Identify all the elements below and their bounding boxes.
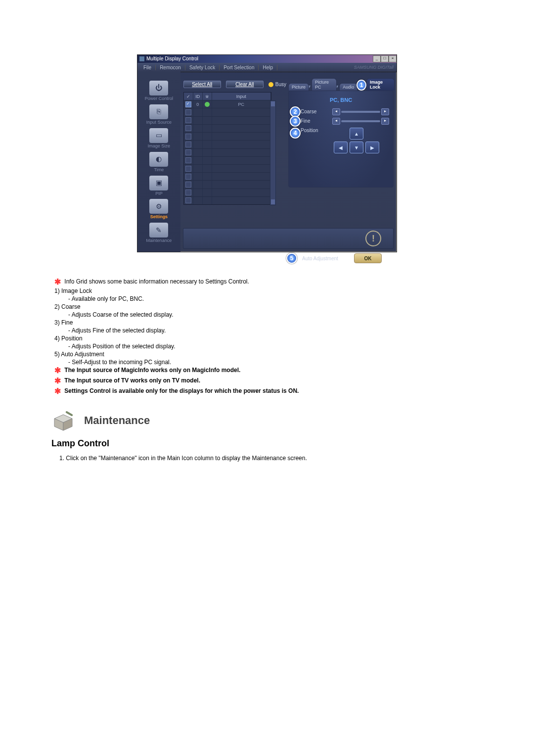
table-row[interactable] xyxy=(184,164,271,172)
coarse-slider[interactable]: ◂ ▸ xyxy=(332,110,389,114)
sidebar-item-label: Settings xyxy=(139,215,178,220)
sidebar-item-label: Power Control xyxy=(139,96,178,101)
position-up-button[interactable]: ▲ xyxy=(350,128,363,140)
col-id[interactable]: ID xyxy=(193,93,203,100)
table-row[interactable] xyxy=(184,196,271,204)
note-power-on: ✱ Settings Control is available only for… xyxy=(54,386,480,396)
menu-safety-lock[interactable]: Safety Lock xyxy=(185,65,220,70)
minimize-button[interactable]: _ xyxy=(373,55,381,62)
tab-picture-pc[interactable]: Picture PC xyxy=(312,78,337,91)
row-checkbox[interactable] xyxy=(185,125,191,131)
settings-panel: Picture ▾ Picture PC ▾ Audio 1 Image Loc… xyxy=(286,72,397,252)
item-4-sub: - Adjusts Position of the selected displ… xyxy=(68,343,480,350)
close-button[interactable]: × xyxy=(389,55,397,62)
app-icon xyxy=(139,56,144,61)
info-grid-note: ✱ Info Grid shows some basic information… xyxy=(54,277,480,286)
row-input: PC xyxy=(212,100,271,108)
menu-remocon[interactable]: Remocon xyxy=(156,65,185,70)
maintenance-cube-icon xyxy=(50,410,76,431)
table-row[interactable] xyxy=(184,180,271,188)
menu-file[interactable]: File xyxy=(139,65,156,70)
slider-track[interactable] xyxy=(341,111,380,113)
window-title: Multiple Display Control xyxy=(146,55,198,63)
sidebar-item-power-control[interactable]: ⏻ Power Control xyxy=(139,81,178,101)
table-row[interactable] xyxy=(184,132,271,140)
row-id: 0 xyxy=(193,100,203,108)
table-row[interactable] xyxy=(184,124,271,132)
slider-right-button[interactable]: ▸ xyxy=(381,118,389,125)
select-all-button[interactable]: Select All xyxy=(183,81,221,88)
row-checkbox[interactable] xyxy=(185,197,191,203)
table-row[interactable] xyxy=(184,189,271,196)
ok-button[interactable]: OK xyxy=(354,253,382,263)
row-checkbox[interactable] xyxy=(185,101,191,107)
table-row[interactable] xyxy=(184,156,271,164)
input-icon: ⎘ xyxy=(149,104,168,119)
star-icon: ✱ xyxy=(54,377,61,385)
menu-port-selection[interactable]: Port Selection xyxy=(220,65,259,70)
row-checkbox[interactable] xyxy=(185,166,191,172)
tab-picture[interactable]: Picture xyxy=(288,83,309,91)
row-checkbox[interactable] xyxy=(185,134,191,140)
table-row[interactable] xyxy=(184,172,271,180)
row-checkbox[interactable] xyxy=(185,174,191,180)
table-row[interactable] xyxy=(184,140,271,148)
slider-left-button[interactable]: ◂ xyxy=(332,108,340,115)
scroll-up-button[interactable] xyxy=(271,101,275,106)
callout-badge-1: 1 xyxy=(356,80,366,91)
fine-slider[interactable]: ◂ ▸ xyxy=(332,119,389,123)
step-1: 1. Click on the "Maintenance" icon in th… xyxy=(59,455,480,462)
row-checkbox[interactable] xyxy=(185,109,191,115)
grid-scrollbar[interactable] xyxy=(270,100,276,205)
row-checkbox[interactable] xyxy=(185,149,191,155)
info-grid: ✓ ID ※ Input 0 PC xyxy=(183,92,271,205)
sidebar-item-time[interactable]: ◐ Time xyxy=(139,152,178,173)
tab-image-lock[interactable]: Image Lock xyxy=(366,78,395,91)
busy-label: Busy xyxy=(275,82,286,87)
maximize-button[interactable]: □ xyxy=(381,55,389,62)
callout-badge-3: 3 xyxy=(290,116,301,127)
auto-adjustment-label: Auto Adjustment xyxy=(302,256,338,261)
mdc-window: Multiple Display Control _ □ × File Remo… xyxy=(137,54,397,252)
col-input[interactable]: Input xyxy=(212,93,271,100)
footer-bar: ! xyxy=(183,228,394,249)
row-checkbox[interactable] xyxy=(185,182,191,188)
slider-right-button[interactable]: ▸ xyxy=(381,108,389,115)
table-row[interactable] xyxy=(184,116,271,124)
table-row[interactable]: 0 PC xyxy=(184,100,271,108)
position-label: Position xyxy=(301,128,329,133)
star-icon: ✱ xyxy=(54,278,61,286)
scroll-down-button[interactable] xyxy=(271,199,275,204)
slider-left-button[interactable]: ◂ xyxy=(332,118,340,125)
sidebar-item-input-source[interactable]: ⎘ Input Source xyxy=(139,104,178,125)
position-down-button[interactable]: ▼ xyxy=(350,142,363,153)
col-status[interactable]: ※ xyxy=(203,93,212,100)
maintenance-icon: ✎ xyxy=(149,223,168,237)
note-tv: ✱ The Input source of TV works only on T… xyxy=(54,376,480,385)
svg-rect-3 xyxy=(65,411,73,416)
menu-help[interactable]: Help xyxy=(259,65,277,70)
row-checkbox[interactable] xyxy=(185,142,191,147)
item-4: 4) Position xyxy=(54,335,480,342)
table-row[interactable] xyxy=(184,148,271,156)
tab-audio[interactable]: Audio xyxy=(339,83,357,91)
alert-icon: ! xyxy=(365,231,381,246)
row-checkbox[interactable] xyxy=(185,157,191,163)
row-checkbox[interactable] xyxy=(185,117,191,123)
col-check[interactable]: ✓ xyxy=(184,93,193,100)
sidebar-item-image-size[interactable]: ▭ Image Size xyxy=(139,128,178,149)
sidebar-item-maintenance[interactable]: ✎ Maintenance xyxy=(139,223,178,243)
row-checkbox[interactable] xyxy=(185,189,191,195)
table-row[interactable] xyxy=(184,108,271,116)
position-left-button[interactable]: ◀ xyxy=(334,142,348,153)
busy-icon xyxy=(268,82,273,87)
position-right-button[interactable]: ▶ xyxy=(365,142,379,153)
sidebar-item-settings[interactable]: ⚙ Settings xyxy=(139,199,178,220)
fine-label: Fine xyxy=(301,118,329,124)
slider-track[interactable] xyxy=(341,120,380,122)
section-header-maintenance: Maintenance xyxy=(50,410,480,431)
clear-all-button[interactable]: Clear All xyxy=(226,81,264,88)
section-title: Maintenance xyxy=(84,414,150,427)
item-3-sub: - Adjusts Fine of the selected display. xyxy=(68,327,480,334)
sidebar-item-pip[interactable]: ▣ PIP xyxy=(139,176,178,196)
